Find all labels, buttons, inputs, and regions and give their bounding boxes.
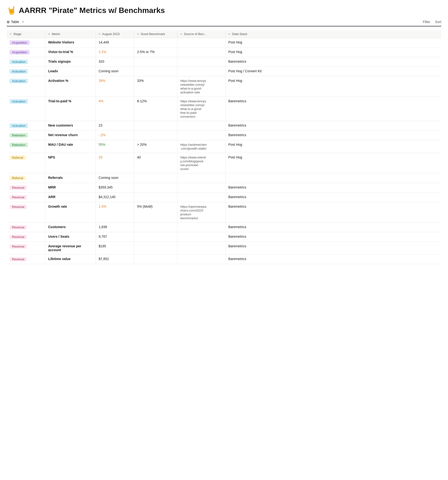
cell-stage: Revenue [7, 183, 45, 193]
cell-stage: Revenue [7, 242, 45, 254]
metric-name: Activation % [48, 79, 68, 83]
cell-metric: Referrals [45, 173, 96, 183]
aug-value: 23 [99, 123, 103, 127]
cell-metric: New customers [45, 121, 96, 131]
view-selector[interactable]: ⊞ Table [7, 20, 19, 24]
cell-stack: Baremetrics [225, 131, 441, 140]
aug-value: 29 [99, 155, 103, 159]
aug-value: Coming soon [99, 69, 119, 73]
cell-metric: ARR [45, 193, 96, 202]
page: 🤘 AARRR "Pirate" Metrics w/ Benchmarks ⊞… [0, 0, 448, 270]
metric-name: Net revenue churn [48, 133, 78, 137]
cell-source: https://openviewpa rtners.com/2023- prod… [177, 202, 225, 223]
stage-badge[interactable]: Activation [10, 69, 28, 74]
stage-badge[interactable]: Revenue [10, 244, 27, 249]
cell-stack: Baremetrics [225, 223, 441, 232]
cell-source [177, 57, 225, 67]
cell-aug2023: -.2% [96, 131, 134, 140]
cell-metric: Website Visitors [45, 38, 96, 48]
filter-button[interactable]: Filter [423, 20, 430, 24]
stage-badge[interactable]: Referral [10, 176, 25, 180]
aug-value: 55% [99, 143, 106, 147]
cell-benchmark [134, 67, 177, 76]
stage-badge[interactable]: Revenue [10, 205, 27, 209]
cell-source [177, 232, 225, 242]
cell-benchmark: > 20% [134, 140, 177, 153]
cell-stack: Baremetrics [225, 202, 441, 223]
stage-badge[interactable]: Referral [10, 155, 25, 160]
aug-value: $7,852 [99, 257, 109, 261]
metric-name: Website Visitors [48, 40, 74, 44]
table-row: RevenueGrowth rate1.5%5% (MoM)https://op… [7, 202, 441, 223]
cell-benchmark: 5% (MoM) [134, 202, 177, 223]
stage-badge[interactable]: Revenue [10, 195, 27, 199]
cell-metric: NPS [45, 153, 96, 173]
cell-stack: Baremetrics [225, 97, 441, 121]
metric-name: Trial-to-paid % [48, 99, 71, 103]
th-metric-icon: ≡ [48, 32, 50, 36]
stage-badge[interactable]: Activation [10, 60, 28, 64]
metric-name: Customers [48, 225, 66, 229]
cell-metric: Customers [45, 223, 96, 232]
cell-metric: Trials signups [45, 57, 96, 67]
stage-badge[interactable]: Revenue [10, 257, 27, 261]
cell-aug2023: 4% [96, 97, 134, 121]
stage-badge[interactable]: Activation [10, 99, 28, 104]
cell-benchmark [134, 193, 177, 202]
add-view-button[interactable]: + [22, 20, 24, 24]
th-metric-label: Metric [52, 32, 60, 36]
cell-aug2023: Coming soon [96, 173, 134, 183]
cell-benchmark [134, 223, 177, 232]
stage-badge[interactable]: Retention [10, 143, 28, 147]
aug-value: Coming soon [99, 176, 119, 180]
cell-aug2023: 28% [96, 76, 134, 97]
table-body: AcquisitionWebsite Visitors14,449Post Ho… [7, 38, 441, 264]
aug-value: $4,312,140 [99, 195, 115, 199]
th-stage-icon: ≡ [10, 32, 12, 36]
cell-metric: Activation % [45, 76, 96, 97]
cell-stage: Activation [7, 67, 45, 76]
table-row: RevenueCustomers1,838Baremetrics [7, 223, 441, 232]
cell-stage: Activation [7, 97, 45, 121]
table-row: ActivationNew customers23Baremetrics [7, 121, 441, 131]
stage-badge[interactable]: Activation [10, 79, 28, 83]
stage-badge[interactable]: Retention [10, 133, 28, 138]
table-row: ActivationLeadsComing soonPost Hog / Con… [7, 67, 441, 76]
stage-badge[interactable]: Revenue [10, 225, 27, 230]
cell-benchmark [134, 38, 177, 48]
cell-aug2023: $359,345 [96, 183, 134, 193]
th-aug2023: ≡ August 2023 [96, 30, 134, 38]
aug-value: 320 [99, 60, 104, 64]
cell-source [177, 48, 225, 57]
cell-metric: Growth rate [45, 202, 96, 223]
cell-source [177, 254, 225, 264]
cell-source [177, 242, 225, 254]
stage-badge[interactable]: Revenue [10, 235, 27, 239]
cell-source: https://andrewchen .com/growth-stalls/ [177, 140, 225, 153]
table-row: AcquisitionWebsite Visitors14,449Post Ho… [7, 38, 441, 48]
cell-stack: Baremetrics [225, 242, 441, 254]
cell-benchmark [134, 242, 177, 254]
stage-badge[interactable]: Revenue [10, 185, 27, 190]
th-stage: ≡ Stage [7, 30, 45, 38]
sort-button[interactable]: Sort [435, 20, 441, 24]
cell-metric: Lifetime value [45, 254, 96, 264]
source-link: https://www.retentl y.com/blog/good- net… [180, 155, 206, 171]
cell-source [177, 121, 225, 131]
th-bench-icon: ≡ [137, 32, 139, 36]
cell-aug2023: $4,312,140 [96, 193, 134, 202]
metric-name: ARR [48, 195, 56, 199]
cell-source [177, 183, 225, 193]
stage-badge[interactable]: Acquisition [10, 40, 29, 45]
view-label: Table [11, 20, 19, 24]
cell-stage: Referral [7, 173, 45, 183]
th-benchmark: ≡ Good Benchmark [134, 30, 177, 38]
table-row: RetentionNet revenue churn-.2%Baremetric… [7, 131, 441, 140]
source-link: https://www.lennys newsletter.com/p/ wha… [180, 79, 206, 94]
cell-source: https://www.lennys newsletter.com/p/ wha… [177, 76, 225, 97]
title-emoji: 🤘 [7, 6, 16, 15]
stage-badge[interactable]: Acquisition [10, 50, 29, 55]
cell-stack: Post Hog / Convert Kit [225, 67, 441, 76]
table-row: RevenueUsers / Seats9,767Baremetrics [7, 232, 441, 242]
stage-badge[interactable]: Activation [10, 123, 28, 128]
